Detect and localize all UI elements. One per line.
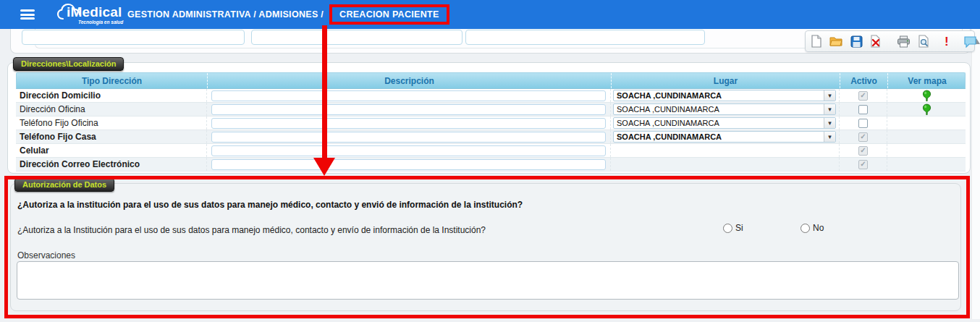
app-header: iMedical Tecnología en salud GESTION ADM…: [0, 0, 980, 29]
autorizacion-section-badge: Autorización de Datos: [14, 178, 114, 192]
table-row-direccion-oficina: Dirección Oficina SOACHA ,CUNDINAMARCA: [16, 103, 966, 116]
table-row-correo-electronico: Dirección Correo Electrónico: [16, 158, 966, 171]
direcciones-section-badge: Direcciones\Localización: [13, 57, 124, 71]
radio-no[interactable]: [801, 224, 810, 233]
lugar-dropdown[interactable]: SOACHA ,CUNDINAMARCA: [613, 103, 836, 115]
activo-checkbox-checked: [858, 132, 868, 142]
col-header-ver-mapa: Ver mapa: [887, 73, 966, 88]
preview-icon[interactable]: [918, 34, 930, 48]
autorizacion-question-secondary: ¿Autoriza a la Institución para el uso d…: [17, 225, 486, 235]
col-header-tipo-direccion: Tipo Dirección: [17, 73, 207, 88]
top-field-2[interactable]: [251, 30, 462, 45]
app-logo: iMedical Tecnología en salud: [62, 1, 132, 27]
direcciones-table: Tipo Dirección Descripción Lugar Activo …: [16, 72, 966, 171]
lugar-value: SOACHA ,CUNDINAMARCA: [614, 118, 824, 128]
save-icon[interactable]: [850, 34, 863, 48]
observaciones-textarea[interactable]: [17, 261, 959, 300]
open-folder-icon[interactable]: [829, 34, 843, 48]
autorizacion-question-primary: ¿Autoriza a la institución para el uso d…: [17, 200, 523, 210]
activo-checkbox-checked: [858, 160, 868, 169]
breadcrumb-active-page[interactable]: CREACION PACIENTE: [329, 4, 449, 25]
row-label: Dirección Oficina: [16, 103, 206, 116]
col-header-activo: Activo: [840, 73, 887, 88]
action-toolbar: !: [805, 30, 975, 52]
table-row-celular: Celular: [16, 144, 966, 158]
row-label: Teléfono Fijo Casa: [16, 130, 206, 143]
top-field-3[interactable]: [465, 30, 705, 45]
lugar-dropdown[interactable]: SOACHA ,CUNDINAMARCA: [613, 90, 836, 101]
logo-tagline: Tecnología en salud: [78, 20, 123, 25]
radio-no-label: No: [813, 223, 824, 233]
breadcrumb[interactable]: GESTION ADMINISTRATIVA / ADMISIONES /: [127, 9, 324, 20]
lugar-value: SOACHA ,CUNDINAMARCA: [614, 90, 824, 101]
table-row-direccion-domicilio: Dirección Domicilio SOACHA ,CUNDINAMARCA: [16, 89, 966, 103]
lugar-value: SOACHA ,CUNDINAMARCA: [614, 132, 824, 142]
chevron-down-icon[interactable]: [824, 90, 835, 101]
row-label: Celular: [16, 144, 206, 157]
activo-checkbox-unchecked[interactable]: [858, 119, 868, 128]
descripcion-input[interactable]: [211, 145, 606, 156]
top-field-1[interactable]: [22, 30, 245, 45]
row-label: Dirección Correo Electrónico: [16, 158, 206, 171]
table-row-telefono-fijo-casa: Teléfono Fijo Casa SOACHA ,CUNDINAMARCA: [16, 130, 966, 144]
table-row-telefono-fijo-oficina: Teléfono Fijo Oficina SOACHA ,CUNDINAMAR…: [16, 116, 966, 130]
chevron-down-icon[interactable]: [824, 118, 835, 128]
annotation-arrow-head: [313, 158, 335, 176]
activo-checkbox-checked: [858, 91, 868, 101]
descripcion-input[interactable]: [211, 159, 606, 170]
row-label: Dirección Domicilio: [16, 89, 206, 102]
map-pin-icon[interactable]: [922, 90, 932, 102]
lugar-value: SOACHA ,CUNDINAMARCA: [614, 104, 824, 114]
logo-text: iMedical: [67, 4, 122, 20]
map-pin-icon[interactable]: [922, 103, 932, 116]
radio-si-label: Si: [735, 223, 743, 233]
activo-checkbox-unchecked[interactable]: [858, 105, 868, 114]
col-header-lugar: Lugar: [611, 73, 840, 88]
row-label: Teléfono Fijo Oficina: [16, 116, 206, 130]
new-document-icon[interactable]: [811, 34, 822, 48]
col-header-descripcion: Descripción: [207, 73, 611, 88]
scrollbar-track[interactable]: [971, 29, 980, 319]
descripcion-input[interactable]: [211, 104, 606, 115]
print-icon[interactable]: [897, 34, 911, 48]
radio-si[interactable]: [723, 224, 732, 233]
descripcion-input[interactable]: [211, 118, 606, 129]
mandatory-fields-icon[interactable]: !: [945, 34, 949, 48]
delete-record-icon[interactable]: [870, 34, 882, 48]
observaciones-label: Observaciones: [17, 250, 75, 260]
chevron-down-icon[interactable]: [824, 104, 835, 114]
comments-icon[interactable]: [963, 34, 977, 48]
annotation-arrow-line: [322, 25, 327, 158]
chevron-down-icon[interactable]: [824, 132, 835, 142]
lugar-dropdown[interactable]: SOACHA ,CUNDINAMARCA: [613, 131, 836, 143]
activo-checkbox-checked: [858, 146, 868, 156]
lugar-dropdown[interactable]: SOACHA ,CUNDINAMARCA: [613, 117, 836, 129]
table-header-row: Tipo Dirección Descripción Lugar Activo …: [16, 72, 966, 89]
descripcion-input[interactable]: [211, 132, 606, 143]
descripcion-input[interactable]: [211, 90, 606, 101]
hamburger-menu-icon[interactable]: [20, 9, 35, 20]
